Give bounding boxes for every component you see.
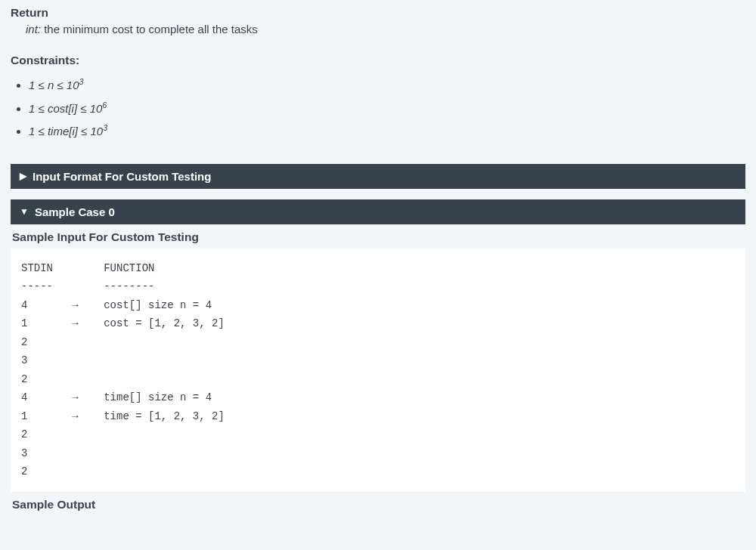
input-format-panel[interactable]: ▶ Input Format For Custom Testing [11, 164, 745, 189]
sample-case-0-panel[interactable]: ▼ Sample Case 0 [11, 199, 745, 224]
sample-input-heading: Sample Input For Custom Testing [11, 224, 745, 249]
constraint-item: 1 ≤ time[i] ≤ 103 [29, 121, 745, 141]
chevron-down-icon: ▼ [20, 207, 29, 216]
constraint-item: 1 ≤ cost[i] ≤ 106 [29, 98, 745, 119]
constraints-heading: Constraints: [11, 54, 745, 67]
sample-output-heading: Sample Output [11, 492, 745, 516]
constraint-item: 1 ≤ n ≤ 103 [29, 75, 745, 95]
return-description: int: the minimum cost to complete all th… [26, 23, 745, 36]
input-format-label: Input Format For Custom Testing [33, 170, 211, 183]
chevron-right-icon: ▶ [20, 171, 26, 181]
return-type: int: [26, 23, 41, 36]
return-heading: Return [11, 6, 745, 20]
sample-case-0-label: Sample Case 0 [35, 205, 115, 218]
sample-input-code: STDIN FUNCTION ----- -------- 4 → cost[]… [11, 249, 745, 492]
return-text: the minimum cost to complete all the tas… [41, 23, 258, 36]
constraints-list: 1 ≤ n ≤ 103 1 ≤ cost[i] ≤ 106 1 ≤ time[i… [29, 75, 745, 141]
